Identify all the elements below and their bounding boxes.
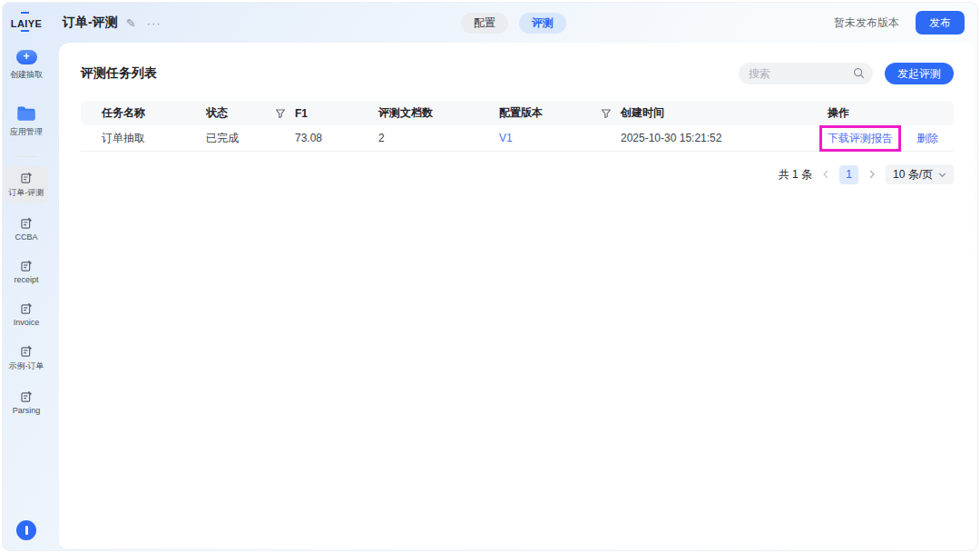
form-icon [20, 345, 33, 358]
page-title: 订单-评测 [63, 15, 118, 31]
cell-created-at: 2025-10-30 15:21:52 [621, 132, 828, 144]
mode-tabs: 配置 评测 [461, 13, 566, 34]
sidebar-item-label: 订单-评测 [9, 187, 44, 199]
sidebar-item-sample-order[interactable]: 示例-订单 [5, 340, 48, 377]
sidebar-item-order-eval[interactable]: 订单-评测 [5, 166, 48, 203]
folder-icon [16, 105, 36, 122]
cell-task-name: 订单抽取 [81, 131, 206, 146]
logo-accent-bar [21, 30, 29, 32]
col-config-version: 配置版本 [499, 105, 621, 121]
sidebar-item-receipt[interactable]: receipt [5, 254, 48, 289]
table-row: 订单抽取 已完成 73.08 2 V1 2025-10-30 15:21:52 … [81, 125, 954, 152]
page-number-button[interactable]: 1 [839, 165, 858, 184]
version-status: 暂未发布版本 [834, 15, 899, 31]
table-header-row: 任务名称 状态 F1 评测文档数 配置版本 [81, 101, 954, 125]
page-size-select[interactable]: 10 条/页 [886, 164, 954, 184]
sidebar-item-label: Invoice [14, 318, 40, 327]
pagination: 共 1 条 1 10 条/页 [81, 164, 954, 184]
cell-doc-count: 2 [378, 132, 499, 144]
config-version-link[interactable]: V1 [499, 132, 513, 144]
chevron-left-icon[interactable] [821, 170, 830, 179]
search-box [739, 63, 873, 84]
filter-funnel-icon[interactable] [601, 108, 612, 119]
sidebar-item-label: 示例-订单 [9, 360, 44, 372]
tab-config[interactable]: 配置 [461, 13, 508, 34]
col-task-name: 任务名称 [81, 105, 206, 121]
col-status: 状态 [206, 105, 295, 121]
chevron-right-icon[interactable] [867, 170, 877, 179]
status-text: 已完成 [206, 131, 239, 146]
sidebar-divider [15, 156, 38, 157]
info-icon-glyph [25, 526, 28, 535]
cell-config-version: V1 [499, 132, 621, 144]
sidebar-item-create-extraction[interactable]: + 创建抽取 [5, 47, 48, 84]
col-status-label: 状态 [206, 105, 228, 121]
tab-evaluation[interactable]: 评测 [519, 13, 566, 34]
more-menu-icon[interactable]: ··· [147, 16, 162, 30]
filter-funnel-icon[interactable] [275, 108, 286, 119]
info-icon[interactable] [16, 520, 36, 540]
cell-f1: 73.08 [295, 132, 378, 144]
form-icon [20, 217, 33, 230]
sidebar-item-parsing[interactable]: Parsing [5, 385, 48, 420]
form-icon [20, 390, 33, 403]
delete-link[interactable]: 删除 [916, 132, 938, 144]
content-card: 评测任务列表 发起评测 任务名称 状态 [59, 43, 975, 548]
col-doc-count: 评测文档数 [378, 105, 499, 121]
sidebar-item-label: CCBA [15, 232, 37, 242]
col-created-at: 创建时间 [621, 105, 828, 121]
pagination-total: 共 1 条 [779, 167, 812, 183]
col-config-version-label: 配置版本 [499, 105, 543, 121]
start-evaluation-button[interactable]: 发起评测 [885, 63, 954, 84]
sidebar-item-label: 应用管理 [10, 126, 43, 138]
pencil-icon[interactable]: ✎ [126, 16, 136, 30]
sidebar: LAIYE + 创建抽取 应用管理 [3, 3, 50, 550]
download-report-link[interactable]: 下载评测报告 [828, 132, 893, 144]
top-bar: 订单-评测 ✎ ··· 配置 评测 暂未发布版本 发布 [50, 3, 977, 43]
plus-pill-icon: + [16, 50, 37, 64]
sidebar-item-label: Parsing [13, 406, 41, 415]
project-list: 订单-评测 CCBA [5, 166, 48, 428]
form-icon [20, 302, 33, 315]
sidebar-item-label: 创建抽取 [10, 69, 43, 81]
card-header: 评测任务列表 发起评测 [59, 43, 975, 101]
col-actions: 操作 [828, 105, 954, 121]
brand-name: LAIYE [11, 18, 42, 29]
list-title: 评测任务列表 [81, 65, 157, 82]
cell-actions: 下载评测报告 删除 [828, 125, 954, 152]
search-icon[interactable] [853, 67, 865, 79]
col-f1: F1 [295, 107, 378, 120]
form-icon [20, 172, 33, 184]
list-controls: 发起评测 [739, 63, 954, 84]
sidebar-item-label: receipt [14, 275, 38, 284]
sidebar-item-invoice[interactable]: Invoice [5, 297, 48, 331]
sidebar-item-ccba[interactable]: CCBA [5, 212, 48, 246]
logo-accent-bar [21, 12, 29, 14]
brand-logo: LAIYE [11, 15, 42, 29]
chevron-down-icon [938, 171, 946, 179]
highlight-annotation-box: 下载评测报告 [819, 125, 901, 152]
form-icon [20, 260, 33, 272]
eval-task-table: 任务名称 状态 F1 评测文档数 配置版本 [81, 101, 954, 152]
page-size-value: 10 条/页 [893, 167, 933, 183]
app-window: LAIYE + 创建抽取 应用管理 [2, 2, 978, 551]
cell-status: 已完成 [206, 131, 295, 146]
top-right-group: 暂未发布版本 发布 [834, 11, 965, 35]
sidebar-item-app-management[interactable]: 应用管理 [5, 103, 48, 142]
publish-button[interactable]: 发布 [916, 11, 965, 35]
